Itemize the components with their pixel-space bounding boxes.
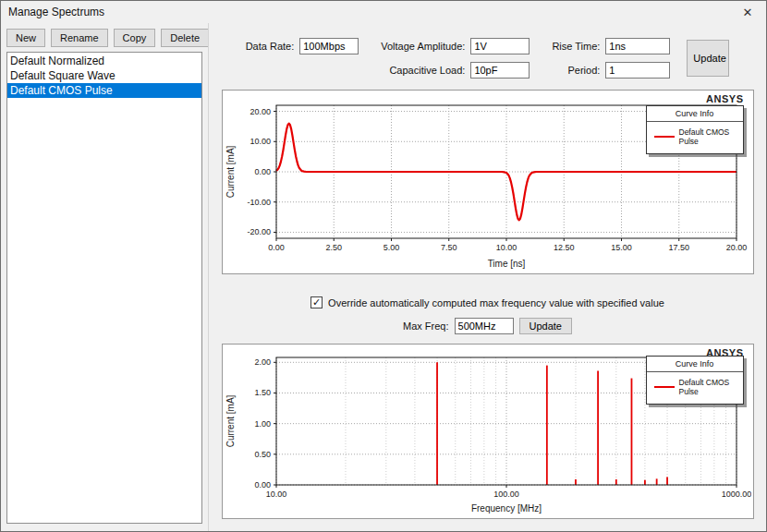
svg-text:20.00: 20.00	[725, 243, 747, 252]
list-item-selected[interactable]: Default CMOS Pulse	[7, 83, 201, 98]
svg-text:1000.00: 1000.00	[721, 490, 750, 499]
svg-text:15.00: 15.00	[611, 243, 632, 252]
rename-button[interactable]: Rename	[51, 29, 108, 47]
time-domain-chart: 0.002.505.007.5010.0012.5015.0017.5020.0…	[222, 90, 754, 274]
svg-text:10.00: 10.00	[250, 137, 271, 146]
svg-text:2.00: 2.00	[254, 357, 271, 367]
svg-text:Current [mA]: Current [mA]	[225, 145, 236, 198]
override-row: Override automatically computed max freq…	[216, 296, 759, 308]
new-button[interactable]: New	[6, 29, 45, 47]
svg-text:0.00: 0.00	[268, 243, 285, 252]
legend-entry: Default CMOS Pulse	[647, 122, 743, 153]
svg-text:1.50: 1.50	[254, 388, 271, 397]
svg-text:5.00: 5.00	[383, 243, 399, 252]
legend-entry-label: Default CMOS Pulse	[679, 378, 737, 396]
svg-text:0.00: 0.00	[254, 167, 271, 176]
close-button[interactable]: ✕	[729, 1, 766, 23]
titlebar[interactable]: Manage Spectrums ✕	[1, 1, 766, 23]
svg-text:0.00: 0.00	[254, 480, 271, 490]
legend-entry: Default CMOS Pulse	[647, 372, 743, 404]
copy-button[interactable]: Copy	[114, 29, 156, 47]
curve-color-swatch	[654, 386, 675, 388]
dialog-body: New Rename Copy Delete Default Normalize…	[1, 23, 766, 531]
period-label: Period:	[552, 65, 600, 76]
max-freq-label: Max Freq:	[403, 320, 449, 332]
spectrum-list-panel: New Rename Copy Delete Default Normalize…	[1, 23, 208, 531]
list-item[interactable]: Default Square Wave	[7, 68, 201, 83]
delete-button[interactable]: Delete	[161, 29, 209, 47]
svg-text:0.50: 0.50	[254, 450, 271, 459]
svg-text:1.00: 1.00	[254, 419, 271, 429]
data-rate-input[interactable]	[299, 38, 359, 54]
max-freq-input[interactable]	[455, 318, 514, 334]
max-freq-row: Max Freq: Update	[216, 318, 759, 334]
legend-title: Curve Info	[647, 357, 743, 372]
voltage-amplitude-label: Voltage Amplitude:	[381, 41, 465, 52]
svg-text:17.50: 17.50	[668, 243, 689, 252]
spectrum-detail-panel: Data Rate: Voltage Amplitude: Rise Time:…	[208, 23, 766, 531]
svg-text:20.00: 20.00	[250, 107, 271, 116]
svg-text:Current [mA]: Current [mA]	[225, 394, 236, 447]
svg-text:12.50: 12.50	[553, 243, 574, 252]
legend-entry-label: Default CMOS Pulse	[679, 127, 737, 146]
frequency-spectrum-chart: 10.00100.001000.000.000.501.001.502.00Fr…	[222, 344, 754, 519]
override-max-freq-checkbox[interactable]	[310, 296, 323, 308]
svg-text:7.50: 7.50	[440, 243, 457, 252]
time-chart-legend: Curve Info Default CMOS Pulse	[646, 105, 744, 154]
update-spectrum-button[interactable]: Update	[519, 318, 572, 334]
capacitive-load-label: Capacitive Load:	[381, 65, 465, 76]
svg-text:-10.00: -10.00	[247, 198, 271, 207]
svg-text:2.50: 2.50	[325, 243, 342, 252]
rise-time-label: Rise Time:	[552, 41, 600, 52]
svg-text:Time [ns]: Time [ns]	[487, 259, 525, 269]
data-rate-label: Data Rate:	[246, 41, 295, 52]
frequency-chart-legend: Curve Info Default CMOS Pulse	[646, 356, 744, 405]
update-pulse-button[interactable]: Update	[687, 40, 729, 77]
svg-text:-20.00: -20.00	[247, 227, 271, 236]
ansys-logo: ANSYS	[706, 93, 743, 104]
list-item[interactable]: Default Normalized	[7, 54, 201, 68]
legend-title: Curve Info	[647, 106, 743, 122]
period-input[interactable]	[605, 62, 670, 79]
spectrum-list[interactable]: Default Normalized Default Square Wave D…	[6, 52, 202, 524]
voltage-amplitude-input[interactable]	[470, 38, 530, 54]
override-max-freq-label: Override automatically computed max freq…	[328, 297, 664, 308]
svg-text:100.00: 100.00	[493, 490, 519, 499]
window-title: Manage Spectrums	[1, 6, 729, 18]
close-icon: ✕	[743, 6, 753, 19]
svg-text:10.00: 10.00	[265, 490, 286, 499]
curve-color-swatch	[654, 136, 675, 138]
rise-time-input[interactable]	[605, 38, 670, 54]
manage-spectrums-window: Manage Spectrums ✕ New Rename Copy Delet…	[0, 0, 767, 532]
list-button-row: New Rename Copy Delete	[6, 29, 202, 47]
pulse-parameters-form: Data Rate: Voltage Amplitude: Rise Time:…	[216, 38, 759, 79]
svg-text:Frequency [MHz]: Frequency [MHz]	[470, 503, 541, 514]
svg-text:10.00: 10.00	[495, 243, 517, 252]
capacitive-load-input[interactable]	[470, 62, 530, 79]
